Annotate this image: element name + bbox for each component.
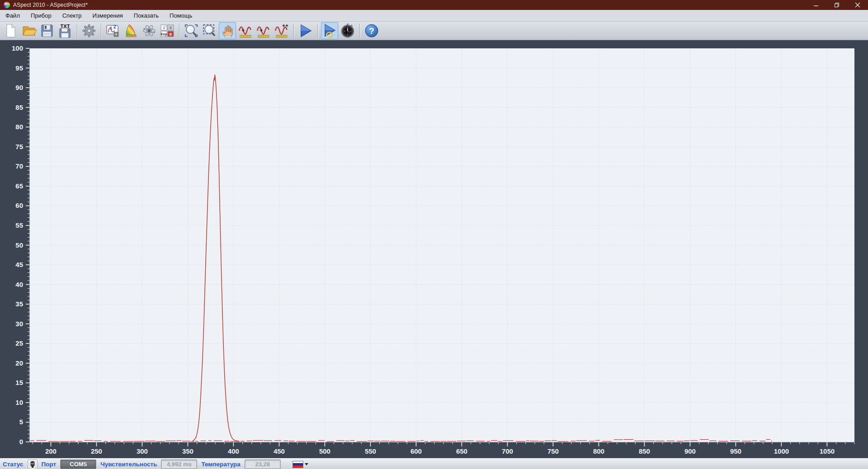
gear-icon — [81, 23, 97, 38]
toolbar-separator — [359, 23, 360, 38]
toolbar-separator — [101, 23, 101, 38]
window-controls — [806, 0, 868, 10]
export-txt-button[interactable]: TXT — [57, 22, 74, 39]
svg-text:2: 2 — [113, 24, 116, 29]
peak-tool-1-button[interactable]: + — [237, 22, 254, 39]
toolbar-separator — [317, 23, 318, 38]
menu-bar: ФайлПриборСпектрИзмеренияПоказатьПомощь — [0, 10, 868, 22]
sensitivity-label: Чувствительность — [100, 461, 157, 468]
status-label: Статус — [3, 461, 24, 468]
temperature-label: Температура — [201, 461, 240, 468]
x-tick-label: 800 — [593, 447, 604, 455]
y-tick-label: 5 — [19, 418, 23, 426]
x-tick-label: 200 — [45, 447, 57, 455]
language-selector[interactable] — [292, 461, 308, 468]
x-tick-label: 300 — [137, 447, 148, 455]
y-tick-label: 15 — [15, 379, 23, 386]
math-icon: √xExpe — [160, 23, 175, 38]
zoom-in-button[interactable] — [183, 22, 200, 39]
port-value-field: COM5 — [60, 460, 96, 469]
pan-button[interactable] — [219, 22, 236, 39]
status-bar: Статус Порт COM5 Чувствительность 4,992 … — [0, 458, 868, 469]
help-button[interactable]: ? — [363, 22, 380, 39]
svg-text:e: e — [170, 32, 172, 37]
restore-icon — [834, 2, 840, 8]
measurement-setup-icon: 12 — [105, 23, 121, 38]
lamp-icon[interactable] — [28, 460, 38, 469]
x-tick-label: 900 — [684, 447, 696, 455]
svg-text:+: + — [241, 27, 245, 33]
temperature-value-field: 23,28 — [245, 460, 281, 469]
restore-button[interactable] — [826, 0, 847, 10]
new-document-icon — [3, 23, 19, 38]
menu-item-6[interactable]: Помощь — [164, 10, 198, 21]
close-icon — [855, 2, 860, 8]
start-measurement-button[interactable] — [297, 22, 314, 39]
save-icon — [39, 23, 55, 38]
port-label: Порт — [42, 461, 57, 468]
y-tick-label: 10 — [15, 399, 23, 406]
help-icon: ? — [364, 23, 379, 38]
save-project-button[interactable] — [38, 22, 56, 39]
play-icon — [298, 23, 313, 38]
x-tick-label: 950 — [730, 447, 741, 455]
x-tick-label: 550 — [365, 447, 376, 455]
svg-text:x: x — [170, 25, 172, 30]
minimize-button[interactable] — [806, 0, 826, 10]
open-folder-icon — [21, 23, 37, 38]
y-tick-label: 80 — [15, 123, 23, 131]
timer-button[interactable] — [339, 22, 356, 39]
wave-plus-icon: + — [238, 23, 253, 38]
minimize-icon — [813, 2, 819, 8]
y-tick-label: 0 — [19, 438, 23, 446]
toolbar: TXT12√xExpe++++? — [0, 22, 868, 40]
x-tick-label: 500 — [319, 447, 330, 455]
y-tick-label: 60 — [15, 202, 23, 209]
chart-canvas: 0510152025303540455055606570758085909510… — [0, 40, 868, 458]
y-tick-label: 70 — [15, 162, 23, 170]
svg-text:+: + — [259, 27, 263, 33]
svg-text:Exp: Exp — [161, 32, 167, 36]
new-document-button[interactable] — [2, 22, 19, 39]
menu-item-4[interactable]: Измерения — [87, 10, 128, 21]
menu-item-3[interactable]: Спектр — [57, 10, 87, 21]
x-tick-label: 750 — [547, 447, 559, 455]
zoom-out-button[interactable] — [201, 22, 218, 39]
menu-item-5[interactable]: Показать — [128, 10, 164, 21]
close-button[interactable] — [847, 0, 868, 10]
spectrum-chart: 0510152025303540455055606570758085909510… — [0, 40, 868, 458]
y-tick-label: 25 — [15, 339, 23, 347]
peak-tool-3-button[interactable]: ++ — [273, 22, 290, 39]
color-triangle-icon — [123, 23, 139, 38]
svg-text:√: √ — [163, 25, 165, 30]
color-measurement-button[interactable] — [123, 22, 140, 39]
x-tick-label: 600 — [410, 447, 422, 455]
menu-item-2[interactable]: Прибор — [25, 10, 57, 21]
russia-flag-icon — [292, 461, 303, 468]
y-tick-label: 50 — [15, 241, 23, 249]
y-tick-label: 65 — [15, 182, 23, 190]
math-functions-button[interactable]: √xExpe — [159, 22, 176, 39]
continuous-measurement-button[interactable] — [321, 22, 338, 39]
x-tick-label: 1000 — [774, 447, 789, 455]
peak-tool-2-button[interactable]: + — [255, 22, 272, 39]
menu-item-1[interactable]: Файл — [0, 10, 25, 21]
toolbar-separator — [77, 23, 77, 38]
measurement-setup-button[interactable]: 12 — [104, 22, 122, 39]
hand-icon — [220, 23, 235, 38]
y-tick-label: 45 — [15, 261, 23, 268]
play-repeat-icon — [322, 23, 337, 38]
toolbar-separator — [293, 23, 294, 38]
settings-button[interactable] — [80, 22, 98, 39]
atomic-spectra-button[interactable] — [141, 22, 158, 39]
x-tick-label: 650 — [456, 447, 467, 455]
svg-text:?: ? — [369, 26, 374, 36]
open-project-button[interactable] — [20, 22, 38, 39]
x-tick-label: 850 — [639, 447, 650, 455]
zoom-out-icon — [202, 23, 217, 38]
wave-plus-icon: + — [256, 23, 271, 38]
x-tick-label: 450 — [274, 447, 285, 455]
x-tick-label: 250 — [91, 447, 102, 455]
wave-plus-icon: ++ — [274, 23, 289, 38]
app-icon — [4, 2, 10, 8]
